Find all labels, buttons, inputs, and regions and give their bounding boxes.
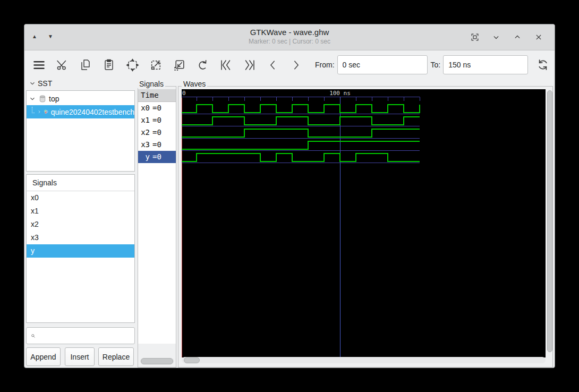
signal-filter-input[interactable] [36, 328, 134, 343]
zoom-fit-button[interactable] [125, 57, 140, 72]
module-icon [44, 107, 49, 116]
wave-signal-name-panel: Time x0 =0 x1 =0 x2 =0 x3 =0 y =0 [138, 86, 176, 368]
signal-search-list: Signals x0 x1 x2 x3 y [26, 174, 135, 323]
replace-button[interactable]: Replace [98, 347, 134, 366]
to-input[interactable] [443, 55, 528, 74]
wave-trace-x1 [182, 117, 420, 125]
signal-filter-box [26, 327, 135, 344]
wave-trace-y [182, 154, 420, 161]
signal-list-item-x0[interactable]: x0 [27, 191, 134, 204]
wave-signal-row-x3[interactable]: x3 =0 [138, 139, 176, 151]
tree-item-testbench[interactable]: quine20240402testbench [27, 105, 134, 118]
tree-item-label: top [49, 95, 59, 103]
main-toolbar: From: To: [24, 50, 555, 80]
chevron-down-icon [29, 80, 36, 87]
to-label: To: [431, 61, 441, 69]
waveform-svg: 0100 ns [182, 89, 546, 357]
desktop: { "titlebar": { "title": "GTKWave - wave… [0, 0, 579, 392]
signals-frame-label: Signals [138, 80, 165, 88]
signal-panel-hscrollbar[interactable] [140, 358, 174, 364]
insert-button[interactable]: Insert [65, 347, 95, 366]
wave-hscrollbar[interactable] [182, 357, 546, 363]
titlebar[interactable]: ▲ ▼ GTKWave - wave.ghw Marker: 0 sec | C… [24, 24, 555, 50]
scrollbar-thumb[interactable] [547, 90, 552, 352]
scrollbar-thumb[interactable] [184, 357, 200, 363]
menu-button[interactable] [31, 57, 46, 72]
tree-item-label: quine20240402testbench [51, 108, 134, 116]
signal-list-item-x2[interactable]: x2 [27, 218, 134, 231]
wave-trace-x0 [182, 105, 420, 113]
copy-button[interactable] [78, 57, 93, 72]
step-right-button[interactable] [288, 57, 303, 72]
wave-signal-row-x0[interactable]: x0 =0 [138, 102, 176, 114]
wave-panel: 0100 ns [178, 86, 553, 368]
svg-text:0: 0 [182, 90, 186, 97]
search-icon [30, 331, 36, 340]
sst-section-header[interactable]: SST [29, 79, 52, 88]
expander-down-icon [29, 95, 36, 103]
close-icon[interactable] [532, 31, 545, 44]
wave-trace-x2 [182, 129, 420, 137]
maximize-icon[interactable] [511, 31, 524, 44]
fullscreen-icon[interactable] [469, 31, 481, 44]
minimize-icon[interactable] [490, 31, 503, 44]
go-to-start-button[interactable] [218, 57, 233, 72]
scrollbar-thumb[interactable] [141, 358, 173, 364]
step-left-button[interactable] [265, 57, 280, 72]
wave-signal-row-x1[interactable]: x1 =0 [138, 114, 176, 126]
signal-list-item-x3[interactable]: x3 [27, 231, 134, 244]
wave-signal-row-x2[interactable]: x2 =0 [138, 126, 176, 139]
tree-guide-line [32, 107, 35, 113]
waves-frame-label: Waves [182, 80, 207, 88]
zoom-in-button[interactable] [148, 57, 163, 72]
undo-button[interactable] [195, 57, 210, 72]
signal-list-header: Signals [27, 175, 134, 191]
paste-button[interactable] [101, 57, 116, 72]
from-input[interactable] [337, 55, 428, 74]
sst-tree: top quine20240402testbench [26, 90, 135, 172]
svg-text:100 ns: 100 ns [329, 90, 351, 97]
tree-item-top[interactable]: top [27, 92, 134, 105]
wave-signal-row-y[interactable]: y =0 [138, 151, 176, 163]
go-to-end-button[interactable] [242, 57, 257, 72]
time-header[interactable]: Time [138, 89, 176, 102]
signal-name-panel-empty [138, 163, 176, 344]
expander-right-icon[interactable] [37, 108, 41, 115]
zoom-out-button[interactable] [172, 57, 186, 72]
wave-trace-x3 [182, 141, 420, 149]
from-label: From: [315, 61, 335, 69]
sst-label: SST [38, 79, 52, 88]
reload-button[interactable] [535, 57, 550, 72]
cut-button[interactable] [55, 57, 70, 72]
database-icon [38, 95, 47, 103]
gtkwave-window: ▲ ▼ GTKWave - wave.ghw Marker: 0 sec | C… [24, 24, 555, 368]
signal-list-item-y[interactable]: y [27, 244, 134, 258]
append-button[interactable]: Append [26, 347, 61, 366]
waveform-canvas[interactable]: 0100 ns [182, 89, 546, 357]
wave-vscrollbar[interactable] [547, 90, 553, 356]
signal-list-item-x1[interactable]: x1 [27, 204, 134, 218]
